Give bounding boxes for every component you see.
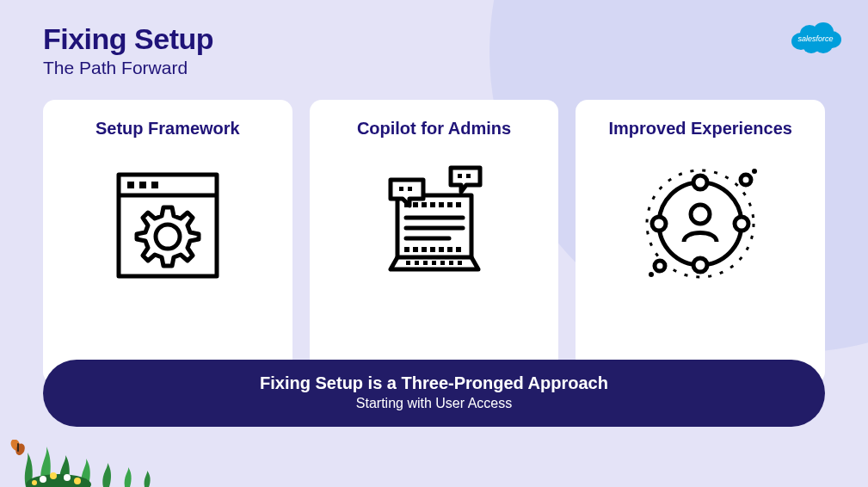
- svg-rect-20: [404, 247, 409, 252]
- svg-rect-34: [440, 261, 445, 265]
- card-title: Improved Experiences: [608, 119, 791, 139]
- slide: salesforce Fixing Setup The Path Forward…: [0, 0, 868, 487]
- svg-point-59: [74, 478, 81, 484]
- svg-rect-16: [430, 202, 435, 207]
- svg-rect-18: [447, 202, 452, 207]
- svg-point-60: [32, 480, 37, 485]
- slide-header: Fixing Setup The Path Forward: [43, 22, 213, 78]
- svg-rect-15: [422, 202, 427, 207]
- svg-rect-36: [458, 261, 462, 265]
- svg-rect-38: [466, 174, 471, 178]
- svg-point-55: [26, 474, 91, 487]
- svg-point-45: [652, 217, 666, 231]
- svg-rect-35: [449, 261, 453, 265]
- card-setup-framework: Setup Framework: [43, 100, 292, 384]
- svg-rect-54: [17, 443, 19, 452]
- svg-point-11: [156, 225, 180, 249]
- svg-point-56: [40, 476, 46, 483]
- banner-subtitle: Starting with User Access: [60, 396, 808, 411]
- card-title: Copilot for Admins: [357, 119, 511, 139]
- card-copilot-admins: Copilot for Admins: [310, 100, 559, 384]
- svg-rect-21: [413, 247, 418, 252]
- svg-rect-37: [458, 174, 462, 178]
- svg-rect-19: [456, 202, 461, 207]
- svg-rect-8: [127, 182, 134, 188]
- svg-rect-17: [439, 202, 444, 207]
- svg-point-58: [64, 474, 71, 481]
- svg-point-48: [655, 261, 665, 271]
- svg-point-46: [735, 217, 748, 231]
- svg-rect-10: [151, 182, 158, 188]
- svg-rect-23: [430, 247, 435, 252]
- svg-rect-14: [413, 202, 418, 207]
- svg-point-51: [752, 169, 757, 174]
- logo-text: salesforce: [797, 34, 833, 43]
- user-orbit-icon: [636, 159, 765, 288]
- decorative-foliage: [0, 440, 241, 487]
- svg-point-52: [9, 440, 22, 452]
- svg-rect-24: [439, 247, 444, 252]
- svg-rect-31: [415, 261, 419, 265]
- card-title: Setup Framework: [95, 119, 240, 139]
- svg-point-44: [693, 258, 707, 272]
- svg-rect-22: [422, 247, 427, 252]
- svg-point-50: [741, 175, 751, 185]
- card-improved-experiences: Improved Experiences: [576, 100, 825, 384]
- svg-rect-30: [406, 261, 410, 265]
- svg-rect-32: [423, 261, 428, 265]
- slide-subtitle: The Path Forward: [43, 58, 213, 78]
- svg-point-57: [50, 472, 57, 479]
- svg-point-43: [693, 176, 707, 189]
- svg-rect-26: [456, 247, 461, 252]
- svg-point-42: [691, 205, 710, 224]
- gear-window-icon: [103, 159, 232, 288]
- card-row: Setup Framework: [43, 100, 825, 384]
- svg-point-53: [14, 442, 26, 457]
- summary-banner: Fixing Setup is a Three-Pronged Approach…: [43, 360, 825, 427]
- svg-rect-33: [432, 261, 436, 265]
- salesforce-logo: salesforce: [789, 19, 842, 55]
- svg-point-49: [649, 272, 654, 277]
- svg-rect-39: [399, 187, 403, 191]
- svg-rect-25: [447, 247, 452, 252]
- laptop-chat-icon: [370, 159, 499, 288]
- slide-title: Fixing Setup: [43, 22, 213, 56]
- banner-title: Fixing Setup is a Three-Pronged Approach: [60, 373, 808, 393]
- svg-rect-40: [408, 187, 412, 191]
- svg-rect-9: [139, 182, 146, 188]
